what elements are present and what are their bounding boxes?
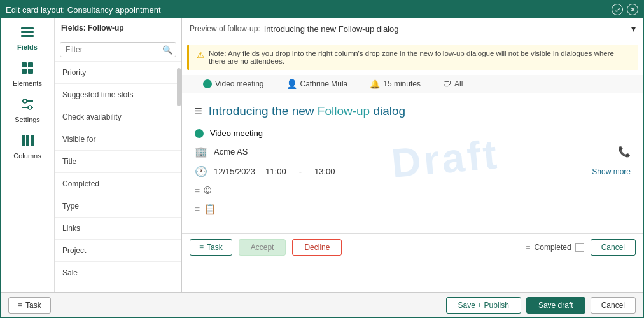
save-draft-label: Save draft xyxy=(538,301,573,310)
svg-rect-4 xyxy=(28,62,33,67)
toolbar-assignee-label: Cathrine Mula xyxy=(300,80,348,88)
fields-filter: 🔍 xyxy=(55,38,181,62)
sidebar-columns-label: Columns xyxy=(13,152,41,160)
svg-rect-13 xyxy=(31,135,34,146)
search-icon: 🔍 xyxy=(162,45,172,55)
sidebar-elements-label: Elements xyxy=(13,80,42,87)
draft-watermark: Draft xyxy=(389,130,501,186)
preview-content-title-row: ≡ Introducing the new Follow-up dialog xyxy=(195,104,631,118)
svg-rect-0 xyxy=(21,27,34,29)
meeting-dot xyxy=(203,80,212,88)
sidebar-fields-label: Fields xyxy=(17,43,38,51)
list-item[interactable]: Title xyxy=(55,151,181,173)
sidebar-item-columns[interactable]: Columns xyxy=(2,128,53,165)
eq-content-1: © xyxy=(204,185,211,197)
bell-icon: 🔔 xyxy=(370,80,380,89)
completed-label: Completed xyxy=(535,243,571,252)
preview-label: Preview of follow-up: xyxy=(190,24,260,33)
completed-row: = Completed xyxy=(526,243,584,252)
phone-icon: 📞 xyxy=(618,146,631,158)
svg-rect-3 xyxy=(22,62,27,67)
list-item[interactable]: Suggested time slots xyxy=(55,84,181,106)
toolbar-reminder: 🔔 15 minutes xyxy=(370,80,421,89)
time-start: 11:00 xyxy=(265,167,286,176)
filter-input[interactable] xyxy=(60,42,176,57)
fields-panel: Fields: Follow-up 🔍 Priority Suggested t… xyxy=(55,18,182,292)
eq-row-1: = © xyxy=(195,185,631,197)
equals-sign-1: = xyxy=(195,186,200,196)
list-item[interactable]: Links xyxy=(55,218,181,240)
cancel-footer-label: Cancel xyxy=(601,243,625,252)
save-draft-button[interactable]: Save draft xyxy=(526,297,585,314)
sidebar-settings-label: Settings xyxy=(15,116,40,123)
task-bottom-icon: ≡ xyxy=(18,301,22,310)
preview-dialog-title: Introducing the new Follow-up dialog xyxy=(264,24,399,34)
warning-icon: ⚠ xyxy=(197,50,205,65)
save-publish-label: Save + Publish xyxy=(458,301,509,310)
app-window: Edit card layout: Consultancy appointmen… xyxy=(0,0,644,318)
equals-icon: = xyxy=(190,80,194,88)
save-publish-button[interactable]: Save + Publish xyxy=(446,297,521,314)
sidebar-item-settings[interactable]: Settings xyxy=(2,92,53,128)
svg-rect-2 xyxy=(21,35,34,37)
accept-label: Accept xyxy=(251,243,274,252)
preview-note: ⚠ Note: Any fields you drop into the rig… xyxy=(187,45,638,70)
list-item[interactable]: Sale xyxy=(55,262,181,284)
toolbar-visibility-label: All xyxy=(454,80,463,88)
preview-panel: Preview of follow-up: Introducing the ne… xyxy=(182,18,643,292)
toolbar-reminder-label: 15 minutes xyxy=(383,80,421,88)
sidebar-item-elements[interactable]: Elements xyxy=(2,56,53,92)
toolbar-assignee: 👤 Cathrine Mula xyxy=(286,79,348,89)
preview-content: Draft ≡ Introducing the new Follow-up di… xyxy=(182,93,643,233)
task-bottom-label: Task xyxy=(25,301,41,310)
scrollbar-indicator xyxy=(177,68,181,106)
task-button[interactable]: ≡ Task xyxy=(190,239,232,256)
preview-toolbar: = Video meeting = 👤 Cathrine Mula = 🔔 15… xyxy=(182,75,643,93)
meeting-dot-icon xyxy=(195,129,204,138)
cancel-bottom-label: Cancel xyxy=(601,301,625,310)
list-item[interactable]: Check availability xyxy=(55,106,181,128)
time-end: 13:00 xyxy=(314,167,335,176)
preview-content-title: Introducing the new Follow-up dialog xyxy=(209,104,406,118)
show-more-link[interactable]: Show more xyxy=(592,167,631,176)
fields-icon xyxy=(20,26,35,42)
meeting-type-text: Video meeting xyxy=(210,128,263,138)
cancel-footer-button[interactable]: Cancel xyxy=(591,239,636,256)
decline-label: Decline xyxy=(304,243,330,252)
completed-checkbox[interactable] xyxy=(575,243,584,252)
sidebar-item-fields[interactable]: Fields xyxy=(2,21,53,56)
accept-button[interactable]: Accept xyxy=(239,239,286,256)
preview-footer: ≡ Task Accept Decline = Completed Cancel xyxy=(182,233,643,261)
chevron-down-icon[interactable]: ▾ xyxy=(631,24,636,34)
title-bar: Edit card layout: Consultancy appointmen… xyxy=(1,1,643,18)
elements-icon xyxy=(20,61,34,78)
equals-completed: = xyxy=(526,243,531,252)
maximize-button[interactable]: ⤢ xyxy=(612,4,623,15)
equals-icon4: = xyxy=(430,80,434,88)
equals-icon3: = xyxy=(356,80,361,88)
company-row: 🏢 Acme AS 📞 xyxy=(195,146,631,158)
date-row: 🕐 12/15/2023 11:00 - 13:00 Show more xyxy=(195,165,631,177)
main-layout: Fields Elements Settings Columns xyxy=(1,18,643,292)
list-item[interactable]: Priority xyxy=(55,62,181,84)
settings-icon xyxy=(20,97,34,114)
task-label: Task xyxy=(207,243,223,252)
equals-sign-2: = xyxy=(195,204,200,214)
title-list-icon: ≡ xyxy=(195,104,202,118)
toolbar-type: Video meeting xyxy=(203,80,264,88)
title-bar-left: Edit card layout: Consultancy appointmen… xyxy=(6,5,161,15)
cancel-bottom-button[interactable]: Cancel xyxy=(591,297,636,314)
columns-icon xyxy=(20,134,34,151)
list-item[interactable]: Visible for xyxy=(55,128,181,151)
svg-rect-11 xyxy=(22,135,25,146)
time-separator: - xyxy=(299,167,302,176)
shield-icon: 🛡 xyxy=(443,80,451,89)
task-icon: ≡ xyxy=(199,243,204,252)
decline-button[interactable]: Decline xyxy=(292,239,342,256)
company-name: Acme AS xyxy=(214,147,612,156)
list-item[interactable]: Type xyxy=(55,195,181,218)
close-button[interactable]: ✕ xyxy=(627,4,638,15)
task-bottom-button[interactable]: ≡ Task xyxy=(8,297,51,314)
list-item[interactable]: Project xyxy=(55,240,181,262)
list-item[interactable]: Completed xyxy=(55,173,181,195)
